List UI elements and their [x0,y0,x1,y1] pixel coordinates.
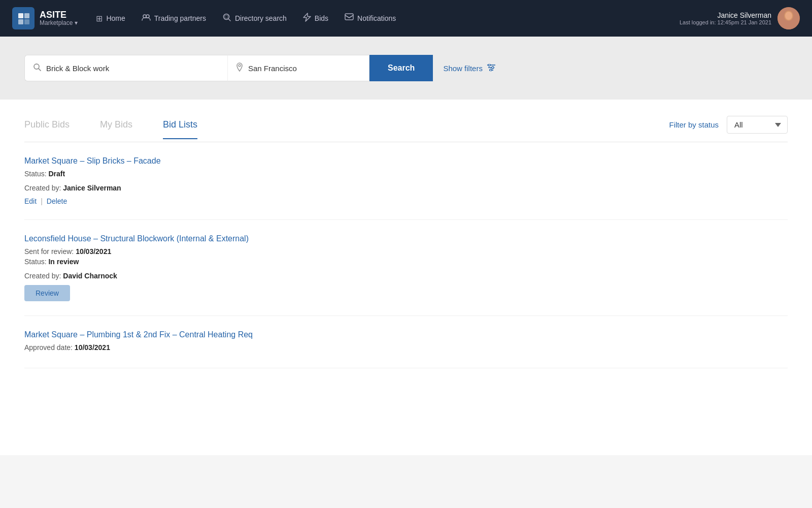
svg-rect-0 [18,13,23,18]
bid-status: Status: Draft [24,170,788,178]
filter-status-wrap: Filter by status All Draft In review App… [669,116,788,142]
action-separator: | [41,197,43,205]
trading-partners-icon [142,14,151,23]
bid-list: Market Square – Slip Bricks – Facade Sta… [24,142,788,368]
bid-item: Leconsfield House – Structural Blockwork… [24,220,788,316]
nav-user-name: Janice Silverman [680,11,771,19]
bid-created-by: Created by: Janice Silverman [24,184,788,192]
avatar[interactable] [777,7,800,29]
svg-point-21 [492,67,494,69]
filter-icon [487,64,496,73]
search-query-icon [33,63,41,73]
svg-rect-7 [225,15,228,18]
nav-link-bids[interactable]: Bids [303,13,328,24]
show-filters-label: Show filters [443,64,483,73]
svg-rect-3 [24,19,29,24]
svg-point-20 [488,64,490,66]
svg-rect-1 [24,13,29,18]
bid-title[interactable]: Market Square – Plumbing 1st & 2nd Fix –… [24,330,788,339]
nav-link-notifications[interactable]: Notifications [345,13,396,23]
edit-button[interactable]: Edit [24,197,37,205]
nav-link-home[interactable]: ⊞ Home [96,14,125,23]
search-section: Search Show filters [0,37,812,100]
svg-rect-2 [18,19,23,24]
svg-point-4 [143,15,146,18]
location-input-wrap [227,55,369,81]
svg-point-5 [146,15,149,18]
search-button[interactable]: Search [369,55,433,81]
tabs-row: Public Bids My Bids Bid Lists Filter by … [24,100,788,142]
svg-point-22 [490,69,492,71]
location-input[interactable] [248,64,361,73]
bid-item: Market Square – Slip Bricks – Facade Sta… [24,142,788,220]
nav-links: ⊞ Home Trading partners Director [96,13,680,24]
nav-brand-text: ASITE Marketplace ▾ [40,10,78,26]
notifications-icon [345,13,354,23]
svg-point-13 [785,12,792,20]
bid-approved-date: Approved date: 10/03/2021 [24,343,788,352]
bid-actions: Review [24,285,788,301]
avatar-image [777,7,800,29]
nav-logo[interactable]: ASITE Marketplace ▾ [12,7,78,29]
review-button[interactable]: Review [24,285,70,301]
home-icon: ⊞ [96,14,103,23]
filter-select[interactable]: All Draft In review Approved Sent [727,116,788,134]
main-content: Public Bids My Bids Bid Lists Filter by … [0,100,812,455]
nav-user-info: Janice Silverman Last logged in: 12:45pm… [680,11,771,25]
bid-sent-date: Sent for review: 10/03/2021 [24,247,788,256]
directory-search-icon [222,13,231,24]
svg-line-15 [39,69,41,71]
logo-icon [12,7,35,29]
bid-actions: Edit | Delete [24,197,788,205]
bid-title[interactable]: Market Square – Slip Bricks – Facade [24,156,788,166]
search-bar-row: Search Show filters [24,55,583,81]
tab-my-bids[interactable]: My Bids [100,119,132,139]
bid-item: Market Square – Plumbing 1st & 2nd Fix –… [24,316,788,368]
tab-bid-lists[interactable]: Bid Lists [163,119,197,139]
filter-label: Filter by status [669,120,719,129]
bids-icon [303,13,311,24]
search-query-input[interactable] [46,64,219,73]
nav-link-directory-search[interactable]: Directory search [222,13,287,24]
delete-button[interactable]: Delete [47,197,67,205]
svg-point-6 [223,14,229,20]
bid-title[interactable]: Leconsfield House – Structural Blockwork… [24,234,788,243]
location-icon [236,62,243,74]
svg-rect-8 [345,14,353,20]
nav-link-trading-partners[interactable]: Trading partners [142,14,206,23]
nav-user: Janice Silverman Last logged in: 12:45pm… [680,7,800,29]
search-query-wrap [24,55,227,81]
tab-public-bids[interactable]: Public Bids [24,119,70,139]
show-filters-button[interactable]: Show filters [433,64,506,73]
bid-status: Status: In review [24,258,788,266]
bid-created-by: Created by: David Charnock [24,272,788,280]
svg-point-16 [239,65,241,67]
nav-user-last-login: Last logged in: 12:45pm 21 Jan 2021 [680,19,771,25]
navbar: ASITE Marketplace ▾ ⊞ Home Trading partn… [0,0,812,37]
